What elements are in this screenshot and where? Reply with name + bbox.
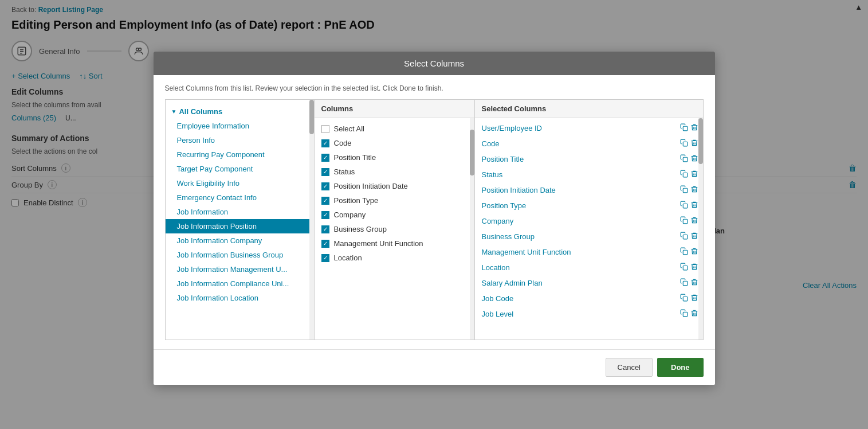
delete-icon-job-code[interactable] [690, 294, 698, 303]
tree-item-work-eligibility[interactable]: Work Eligibility Info [166, 176, 314, 190]
tree-item-job-info-company[interactable]: Job Information Company [166, 233, 314, 248]
column-label-position-initiation-date: Position Initiation Date [334, 182, 408, 190]
copy-icon-job-code[interactable] [680, 294, 688, 303]
selected-item-label-position-initiation-date: Position Initiation Date [482, 186, 556, 194]
copy-icon-code[interactable] [680, 139, 688, 149]
selected-item-label-user-employee-id: User/Employee ID [482, 124, 542, 132]
column-item-position-initiation-date[interactable]: ✓Position Initiation Date [315, 179, 474, 193]
svg-rect-16 [683, 281, 688, 286]
copy-icon-company[interactable] [680, 216, 688, 226]
column-checkbox-status[interactable]: ✓ [321, 168, 329, 176]
modal-overlay: Select Columns Select Columns from this … [0, 0, 868, 429]
columns-scrollbar[interactable] [470, 118, 474, 340]
column-item-location[interactable]: ✓Location [315, 251, 474, 265]
delete-icon-user-employee-id[interactable] [690, 123, 698, 133]
column-checkbox-position-type[interactable]: ✓ [321, 197, 329, 205]
column-item-position-title[interactable]: ✓Position Title [315, 150, 474, 165]
tree-item-job-info-location[interactable]: Job Information Location [166, 291, 314, 305]
tree-item-job-info-business-group[interactable]: Job Information Business Group [166, 248, 314, 262]
column-label-status: Status [334, 167, 355, 176]
selected-item-position-type[interactable]: Position Type [475, 198, 703, 213]
copy-icon-job-level[interactable] [680, 309, 688, 319]
selected-item-user-employee-id[interactable]: User/Employee ID [475, 120, 703, 136]
column-item-company[interactable]: ✓Company [315, 208, 474, 222]
delete-icon-business-group[interactable] [690, 232, 698, 241]
delete-icon-location[interactable] [690, 263, 698, 272]
copy-icon-salary-admin-plan[interactable] [680, 278, 688, 288]
column-item-business-group[interactable]: ✓Business Group [315, 222, 474, 236]
selected-item-job-code[interactable]: Job Code [475, 291, 703, 306]
column-item-code[interactable]: ✓Code [315, 136, 474, 150]
delete-icon-job-level[interactable] [690, 309, 698, 319]
columns-panel-header: Columns [315, 100, 474, 118]
svg-rect-6 [683, 126, 688, 131]
tree-item-job-info-management-unit[interactable]: Job Information Management U... [166, 262, 314, 276]
delete-icon-code[interactable] [690, 139, 698, 149]
copy-icon-status[interactable] [680, 170, 688, 180]
copy-icon-user-employee-id[interactable] [680, 123, 688, 133]
tree-root[interactable]: ▼ All Columns [166, 104, 314, 119]
copy-icon-business-group[interactable] [680, 232, 688, 241]
selected-item-location[interactable]: Location [475, 260, 703, 275]
selected-item-status[interactable]: Status [475, 167, 703, 182]
selected-item-label-status: Status [482, 170, 503, 179]
selected-item-code[interactable]: Code [475, 136, 703, 151]
copy-icon-position-title[interactable] [680, 154, 688, 164]
selected-item-job-level[interactable]: Job Level [475, 306, 703, 322]
selected-item-position-title[interactable]: Position Title [475, 151, 703, 167]
selected-item-salary-admin-plan[interactable]: Salary Admin Plan [475, 275, 703, 291]
copy-icon-position-initiation-date[interactable] [680, 185, 688, 195]
tree-item-recurring-pay[interactable]: Recurring Pay Component [166, 147, 314, 162]
svg-rect-7 [683, 142, 688, 146]
column-checkbox-position-initiation-date[interactable]: ✓ [321, 182, 329, 190]
column-label-business-group: Business Group [334, 225, 387, 233]
tree-scrollbar-thumb [309, 100, 314, 134]
column-checkbox-management-unit-function[interactable]: ✓ [321, 240, 329, 248]
delete-icon-salary-admin-plan[interactable] [690, 278, 698, 288]
delete-icon-company[interactable] [690, 216, 698, 226]
copy-icon-position-type[interactable] [680, 201, 688, 210]
column-item-position-type[interactable]: ✓Position Type [315, 193, 474, 208]
selected-item-position-initiation-date[interactable]: Position Initiation Date [475, 182, 703, 198]
tree-item-target-pay[interactable]: Target Pay Component [166, 162, 314, 176]
modal-body: Select Columns from this list. Review yo… [154, 75, 715, 349]
selected-item-company[interactable]: Company [475, 213, 703, 229]
copy-icon-management-unit-function[interactable] [680, 247, 688, 257]
delete-icon-management-unit-function[interactable] [690, 247, 698, 257]
svg-rect-8 [683, 157, 688, 162]
column-checkbox-company[interactable]: ✓ [321, 211, 329, 219]
selected-item-business-group[interactable]: Business Group [475, 229, 703, 244]
selected-item-label-job-code: Job Code [482, 294, 514, 303]
tree-item-employee-info[interactable]: Employee Information [166, 119, 314, 133]
column-checkbox-code[interactable]: ✓ [321, 139, 329, 147]
modal-instruction: Select Columns from this list. Review yo… [165, 84, 704, 92]
column-item-status[interactable]: ✓Status [315, 165, 474, 179]
delete-icon-position-title[interactable] [690, 154, 698, 164]
delete-icon-position-initiation-date[interactable] [690, 185, 698, 195]
tree-item-job-info-compliance-uni[interactable]: Job Information Compliance Uni... [166, 276, 314, 291]
column-checkbox-location[interactable]: ✓ [321, 254, 329, 262]
selected-item-label-code: Code [482, 139, 500, 148]
tree-item-job-info[interactable]: Job Information [166, 205, 314, 219]
column-item-management-unit-function[interactable]: ✓Management Unit Function [315, 236, 474, 251]
column-label-select-all: Select All [334, 124, 364, 133]
done-button[interactable]: Done [657, 358, 704, 377]
tree-item-emergency-contact[interactable]: Emergency Contact Info [166, 190, 314, 205]
column-item-select-all[interactable]: Select All [315, 122, 474, 136]
column-checkbox-select-all[interactable] [321, 125, 329, 133]
column-checkbox-business-group[interactable]: ✓ [321, 225, 329, 233]
tree-item-person-info[interactable]: Person Info [166, 133, 314, 147]
svg-rect-9 [683, 173, 688, 177]
delete-icon-position-type[interactable] [690, 201, 698, 210]
tree-item-job-info-position[interactable]: Job Information Position [166, 219, 314, 233]
select-columns-modal: Select Columns Select Columns from this … [154, 52, 715, 385]
selected-item-label-position-title: Position Title [482, 155, 524, 163]
delete-icon-status[interactable] [690, 170, 698, 180]
column-checkbox-position-title[interactable]: ✓ [321, 154, 329, 162]
selected-scrollbar[interactable] [698, 118, 703, 340]
selected-item-label-company: Company [482, 217, 514, 225]
tree-scrollbar[interactable] [309, 100, 314, 340]
cancel-button[interactable]: Cancel [606, 358, 653, 377]
copy-icon-location[interactable] [680, 263, 688, 272]
selected-item-management-unit-function[interactable]: Management Unit Function [475, 244, 703, 260]
